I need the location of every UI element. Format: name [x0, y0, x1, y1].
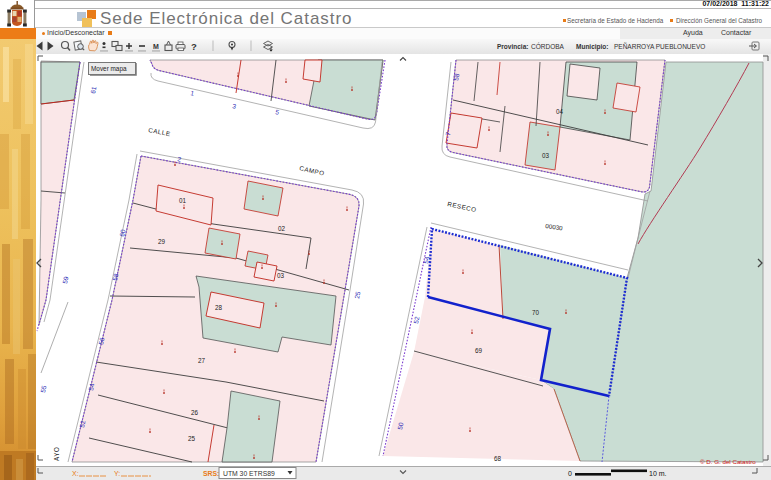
svg-text:03: 03: [277, 272, 285, 279]
svg-text:70: 70: [532, 309, 540, 316]
svg-text:Provincia:: Provincia:: [497, 43, 528, 50]
svg-text:69: 69: [475, 347, 483, 354]
svg-text:RESECO: RESECO: [447, 200, 477, 213]
svg-text:10 m.: 10 m.: [649, 470, 667, 477]
svg-text:AYO: AYO: [53, 447, 60, 461]
svg-text:28: 28: [215, 304, 223, 311]
svg-text:PEÑARROYA PUEBLONUEVO: PEÑARROYA PUEBLONUEVO: [614, 42, 705, 50]
svg-text:04: 04: [556, 108, 564, 115]
svg-text:60: 60: [118, 228, 126, 237]
svg-text:59: 59: [61, 275, 69, 284]
svg-text:?: ?: [191, 41, 197, 52]
svg-text:0: 0: [568, 470, 572, 477]
svg-text:M: M: [153, 43, 159, 50]
svg-text:Municipio:: Municipio:: [576, 43, 609, 51]
svg-text:25: 25: [188, 435, 196, 442]
svg-text:02: 02: [278, 225, 286, 232]
svg-text:52: 52: [412, 315, 420, 324]
svg-text:61: 61: [89, 85, 97, 94]
svg-text:26: 26: [191, 409, 199, 416]
svg-text:5: 5: [275, 108, 280, 116]
svg-text:X:: X:: [72, 470, 79, 477]
svg-text:68: 68: [494, 455, 502, 462]
svg-text:CÓRDOBA: CÓRDOBA: [531, 42, 565, 50]
svg-text:25: 25: [353, 290, 361, 299]
svg-text:3: 3: [232, 102, 237, 110]
svg-text:55: 55: [39, 384, 47, 393]
svg-text:29: 29: [158, 238, 166, 245]
svg-text:© D. G. del Catastro: © D. G. del Catastro: [700, 458, 756, 465]
svg-text:Mover mapa: Mover mapa: [91, 65, 127, 73]
svg-text:SRS:: SRS:: [203, 470, 219, 477]
svg-text:Y:: Y:: [114, 470, 120, 477]
svg-text:27: 27: [198, 357, 206, 364]
svg-text:01: 01: [179, 197, 187, 204]
svg-text:00030: 00030: [545, 222, 564, 231]
svg-text:1: 1: [190, 89, 195, 97]
svg-text:CAMPO: CAMPO: [299, 164, 326, 177]
svg-text:03: 03: [542, 152, 550, 159]
svg-text:CALLE: CALLE: [148, 126, 171, 137]
svg-text:UTM 30 ETRS89: UTM 30 ETRS89: [223, 470, 275, 477]
